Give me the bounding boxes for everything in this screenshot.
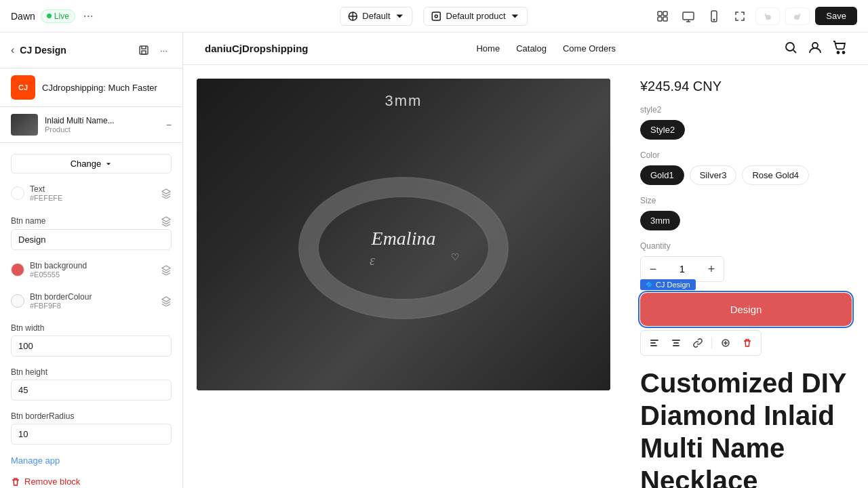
sidebar-header-left: ‹ CJ Design bbox=[11, 44, 66, 56]
save-button[interactable]: Save bbox=[815, 7, 857, 25]
layers-icon-2[interactable] bbox=[161, 216, 172, 226]
trash-icon bbox=[11, 477, 20, 487]
btn-bg-color-value: #E05555 bbox=[30, 270, 87, 279]
sidebar: ‹ CJ Design ··· CJ CJdropshipping: Much … bbox=[0, 33, 183, 488]
cj-label-text: CJ Design bbox=[656, 281, 690, 289]
color-option-silver3[interactable]: Silver3 bbox=[690, 165, 737, 185]
btn-border-radius-input[interactable]: 10 bbox=[11, 424, 172, 445]
svg-rect-23 bbox=[672, 340, 680, 341]
redo-button[interactable] bbox=[785, 7, 810, 25]
sidebar-more-button[interactable]: ··· bbox=[156, 41, 172, 60]
desktop-view-button[interactable] bbox=[678, 6, 698, 26]
sidebar-title: CJ Design bbox=[20, 45, 66, 56]
svg-rect-6 bbox=[663, 17, 667, 21]
align-center-icon bbox=[671, 338, 681, 348]
btn-bg-swatch[interactable] bbox=[11, 263, 24, 277]
svg-rect-3 bbox=[658, 12, 662, 16]
manage-app-link[interactable]: Manage app bbox=[11, 455, 172, 466]
product-type: Product bbox=[45, 125, 159, 134]
btn-name-label: Btn name bbox=[11, 216, 45, 226]
product-name: Inlaid Multi Name... bbox=[45, 116, 159, 125]
store-logo: daniuCjDropshipping bbox=[205, 43, 308, 54]
size-variant-section: Size 3mm bbox=[640, 196, 852, 230]
color-variant-section: Color Gold1 Silver3 Rose Gold4 bbox=[640, 150, 852, 185]
selector-tool-button[interactable] bbox=[652, 6, 673, 26]
svg-rect-20 bbox=[650, 340, 658, 341]
btn-width-field-row: Btn width bbox=[11, 323, 172, 333]
live-label: Live bbox=[54, 12, 69, 21]
product-title-large: Customized DIY Diamond Inlaid Multi Name… bbox=[640, 367, 852, 488]
sidebar-content: Change Text #FEFEFE bbox=[0, 143, 182, 488]
text-field-row: Text #FEFEFE bbox=[11, 184, 172, 202]
svg-rect-25 bbox=[673, 345, 679, 346]
theme-selector-button[interactable]: Default bbox=[340, 7, 412, 26]
change-button[interactable]: Change bbox=[11, 154, 172, 174]
change-btn-wrap: Change bbox=[11, 154, 172, 174]
nav-catalog[interactable]: Catalog bbox=[516, 43, 547, 54]
collapse-button[interactable]: − bbox=[166, 119, 172, 130]
product-info: Inlaid Multi Name... Product bbox=[45, 116, 159, 134]
product-selector-button[interactable]: Default product bbox=[424, 7, 528, 26]
btn-bg-field-row: Btn background #E05555 bbox=[11, 261, 172, 279]
sidebar-save-icon-button[interactable] bbox=[134, 41, 153, 60]
style-option-style2[interactable]: Style2 bbox=[640, 120, 685, 140]
main-layout: ‹ CJ Design ··· CJ CJdropshipping: Much … bbox=[0, 33, 868, 488]
btn-name-input[interactable]: Design bbox=[11, 229, 172, 250]
sidebar-header: ‹ CJ Design ··· bbox=[0, 33, 182, 68]
quantity-decrease-button[interactable]: − bbox=[641, 257, 665, 281]
product-image-bg: 3mm Emalina ♡ ε bbox=[197, 79, 610, 390]
cart-icon bbox=[833, 41, 846, 54]
svg-rect-7 bbox=[683, 12, 694, 20]
svg-point-13 bbox=[837, 52, 839, 54]
more-options-button[interactable]: ··· bbox=[81, 6, 96, 26]
app-banner-name: CJdropshipping: Much Faster bbox=[42, 83, 157, 93]
quantity-input[interactable]: 1 bbox=[665, 258, 699, 280]
nav-home[interactable]: Home bbox=[476, 43, 500, 54]
cart-button[interactable] bbox=[833, 41, 846, 56]
search-button[interactable] bbox=[784, 41, 797, 56]
btn-name-field-group: Btn name Design bbox=[11, 216, 172, 250]
nav-come-orders[interactable]: Come Orders bbox=[563, 43, 616, 54]
svg-point-12 bbox=[812, 43, 818, 48]
color-option-gold1[interactable]: Gold1 bbox=[640, 165, 684, 185]
layers-icon-3[interactable] bbox=[161, 264, 172, 275]
btn-border-swatch[interactable] bbox=[11, 294, 24, 308]
btn-width-input[interactable]: 100 bbox=[11, 336, 172, 357]
btn-border-radius-label: Btn borderRadius bbox=[11, 411, 74, 421]
top-bar-left: Dawn Live ··· bbox=[11, 6, 96, 26]
text-field-group: Text #FEFEFE bbox=[11, 184, 172, 205]
size-option-3mm[interactable]: 3mm bbox=[640, 211, 680, 230]
remove-block-button[interactable]: Remove block bbox=[11, 476, 172, 487]
mobile-view-button[interactable] bbox=[704, 6, 724, 26]
layers-icon[interactable] bbox=[161, 188, 172, 199]
align-center-button[interactable] bbox=[667, 333, 686, 352]
btn-width-field-group: Btn width 100 bbox=[11, 323, 172, 357]
design-button[interactable]: Design bbox=[640, 293, 852, 326]
svg-point-9 bbox=[714, 19, 715, 20]
app-logo: CJ bbox=[11, 75, 35, 100]
expand-button[interactable] bbox=[730, 6, 750, 26]
quantity-increase-button[interactable]: + bbox=[699, 257, 724, 281]
app-name: Dawn bbox=[11, 11, 35, 22]
link-button[interactable] bbox=[688, 333, 707, 352]
live-badge: Live bbox=[41, 9, 75, 23]
account-button[interactable] bbox=[808, 41, 822, 56]
btn-height-input[interactable]: 45 bbox=[11, 380, 172, 401]
edit-button[interactable] bbox=[716, 333, 735, 352]
text-color-value: #FEFEFE bbox=[30, 194, 62, 202]
text-color-swatch[interactable] bbox=[11, 186, 24, 200]
quantity-label: Quantity bbox=[640, 241, 852, 251]
color-option-rose-gold4[interactable]: Rose Gold4 bbox=[742, 165, 809, 185]
layers-icon-4[interactable] bbox=[161, 296, 172, 306]
size-label: Size bbox=[640, 196, 852, 205]
delete-tool-button[interactable] bbox=[738, 333, 757, 352]
text-color-field: Text #FEFEFE bbox=[11, 184, 62, 202]
svg-rect-4 bbox=[663, 12, 667, 16]
align-left-button[interactable] bbox=[645, 333, 664, 352]
product-image-box: 3mm Emalina ♡ ε bbox=[197, 79, 610, 390]
account-icon bbox=[808, 41, 822, 54]
undo-button[interactable] bbox=[755, 7, 780, 25]
toolbar-strip bbox=[640, 330, 762, 356]
cj-label-tag: 🔷 CJ Design bbox=[640, 279, 696, 290]
back-button[interactable]: ‹ bbox=[11, 44, 14, 56]
